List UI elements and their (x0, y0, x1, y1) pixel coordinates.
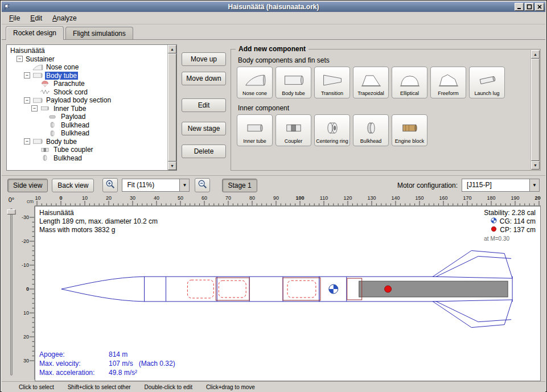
add-engine-block-button[interactable]: Engine block (392, 114, 427, 146)
tree-item-haisun-t[interactable]: Haisunäätä (9, 47, 167, 55)
add-trapezoidal-button[interactable]: Trapezoidal (353, 67, 389, 98)
tree-scrollbar[interactable]: ▲ ▼ (167, 45, 176, 170)
zoom-in-button[interactable] (102, 178, 118, 192)
tab-rocket-design[interactable]: Rocket design (6, 26, 64, 40)
tree-item-tube-coupler[interactable]: Tube coupler (9, 146, 167, 154)
component-button-label: Bulkhead (360, 139, 382, 145)
tree-item-body-tube[interactable]: −Body tube (9, 138, 167, 146)
cp-value: CP: 137 cm (500, 226, 536, 234)
bodytube-icon (32, 97, 43, 104)
minimize-button[interactable] (515, 3, 524, 11)
tree-item-shock-cord[interactable]: Shock cord (9, 88, 167, 97)
inner-component-label: Inner component (238, 104, 528, 112)
scroll-up-icon[interactable]: ▲ (168, 45, 176, 53)
add-launch-lug-button[interactable]: Launch lug (469, 67, 505, 98)
tree-item-bulkhead[interactable]: Bulkhead (9, 129, 167, 138)
svg-text:200: 200 (534, 195, 541, 201)
menu-edit[interactable]: Edit (26, 13, 46, 23)
chevron-down-icon[interactable]: ▼ (179, 179, 189, 191)
delete-button[interactable]: Delete (182, 145, 226, 158)
stability-value: Stability: 2.28 cal (484, 209, 536, 217)
add-freeform-button[interactable]: Freeform (430, 67, 466, 98)
maximize-button[interactable] (525, 3, 534, 11)
svg-text:140: 140 (391, 195, 400, 201)
tree-item-parachute[interactable]: Parachute (9, 80, 167, 88)
scroll-down-icon[interactable]: ▼ (531, 161, 540, 170)
tree-item-nose-cone[interactable]: Nose cone (9, 63, 167, 72)
component-tree: Haisunäätä−SustainerNose cone−Body tubeP… (7, 45, 167, 170)
canvas-grid: cm -100102030405060708090100110120130140… (21, 195, 541, 381)
tree-expander-icon[interactable]: − (24, 72, 30, 79)
bulkhead-icon (39, 154, 51, 162)
edit-button[interactable]: Edit (182, 98, 226, 112)
move-up-button[interactable]: Move up (182, 52, 226, 66)
add-body-tube-button[interactable]: Body tube (275, 67, 311, 98)
close-button[interactable] (535, 3, 544, 11)
window-icon (2, 4, 12, 10)
add-nose-cone-button[interactable]: Nose cone (237, 67, 273, 98)
scroll-up-icon[interactable]: ▲ (531, 50, 540, 59)
zoom-out-button[interactable] (195, 178, 210, 192)
tree-item-label: Haisunäätä (9, 47, 46, 55)
innertube-icon (39, 105, 51, 112)
rotation-slider-thumb[interactable] (7, 209, 16, 214)
rocket-canvas[interactable]: Haisunäätä Length 189 cm, max. diameter … (35, 206, 541, 381)
mach-condition: at M=0.30 (484, 234, 536, 243)
menu-analyze[interactable]: Analyze (48, 13, 81, 23)
tree-item-bulkhead[interactable]: Bulkhead (9, 154, 167, 163)
svg-text:170: 170 (463, 195, 471, 201)
tree-item-label: Tube coupler (52, 146, 94, 154)
titlebar[interactable]: Haisunäätä (haisunaata.ork) (2, 2, 545, 12)
scrollbar-thumb[interactable] (531, 59, 540, 161)
add-elliptical-button[interactable]: Elliptical (392, 67, 427, 98)
tree-item-bulkhead[interactable]: Bulkhead (9, 121, 167, 130)
hint-click-select: Click to select (19, 384, 54, 390)
tree-expander-icon[interactable]: − (24, 97, 30, 104)
side-view-button[interactable]: Side view (7, 179, 48, 192)
move-down-button[interactable]: Move down (182, 72, 226, 85)
tree-item-label: Inner Tube (52, 105, 87, 113)
tree-item-payload[interactable]: Payload (9, 113, 167, 121)
add-transition-button[interactable]: Transition (314, 67, 350, 98)
svg-text:-10: -10 (35, 195, 41, 201)
tree-expander-icon[interactable]: − (31, 105, 38, 112)
tree-expander-icon[interactable]: − (24, 138, 30, 145)
tree-item-inner-tube[interactable]: −Inner Tube (9, 105, 167, 113)
rocket-name: Haisunäätä (39, 209, 158, 217)
svg-text:90: 90 (273, 195, 279, 201)
openrocket-window: Haisunäätä (haisunaata.ork) File Edit An… (0, 0, 547, 392)
add-component-panel: Add new component Body components and fi… (231, 49, 541, 171)
zoom-select[interactable]: Fit (11%) ▼ (122, 179, 190, 192)
window-controls (515, 3, 545, 11)
tree-expander-icon[interactable]: − (17, 56, 23, 62)
stage-1-toggle[interactable]: Stage 1 (222, 179, 257, 192)
ruler-unit-label: cm (21, 195, 35, 206)
hint-double-click: Double-click to edit (145, 384, 192, 390)
component-button-label: Coupler (285, 139, 303, 145)
tree-item-body-tube[interactable]: −Body tube (9, 72, 167, 80)
add-panel-scrollbar[interactable]: ▲ ▼ (530, 50, 540, 170)
chevron-down-icon[interactable]: ▼ (529, 179, 539, 191)
add-bulkhead-button[interactable]: Bulkhead (353, 114, 389, 146)
scroll-down-icon[interactable]: ▼ (168, 162, 176, 170)
tree-item-label: Body tube (45, 72, 78, 80)
tree-item-payload-body-section[interactable]: −Payload body section (9, 96, 167, 105)
add-centering-ring-button[interactable]: Centering ring (314, 114, 350, 146)
trapezoidal-icon (359, 69, 384, 91)
add-inner-tube-button[interactable]: Inner tube (237, 114, 273, 146)
motor-configuration-select[interactable]: [J115-P] ▼ (462, 179, 540, 192)
flight-data: Apogee: 814 m Max. velocity: 107 m/s(Mac… (39, 350, 175, 377)
menu-file[interactable]: File (5, 13, 24, 23)
scrollbar-thumb[interactable] (168, 53, 176, 162)
bodytube-icon (32, 138, 43, 145)
new-stage-button[interactable]: New stage (182, 122, 226, 135)
tree-item-label: Body tube (45, 138, 78, 146)
add-coupler-button[interactable]: Coupler (275, 114, 311, 146)
horizontal-ruler: -100102030405060708090100110120130140150… (35, 195, 541, 206)
rotation-slider[interactable] (10, 208, 13, 376)
svg-text:20: 20 (23, 334, 29, 340)
back-view-button[interactable]: Back view (52, 179, 94, 192)
tree-item-sustainer[interactable]: −Sustainer (9, 55, 167, 64)
max-acceleration-label: Max. acceleration: (39, 368, 109, 377)
tab-flight-simulations[interactable]: Flight simulations (65, 27, 133, 39)
